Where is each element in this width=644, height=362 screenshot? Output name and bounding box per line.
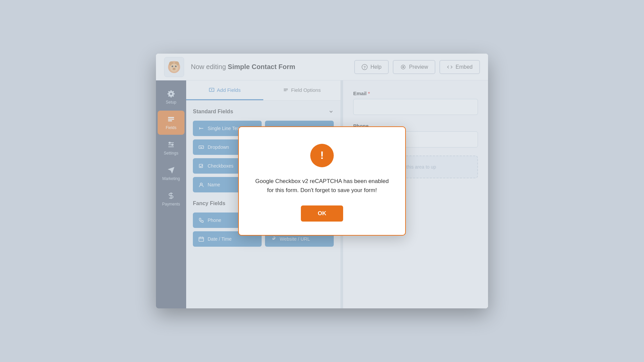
app-wrapper: Now editing Simple Contact Form ? Help P… [0, 0, 644, 362]
modal-overlay: ! Google Checkbox v2 reCAPTCHA has been … [156, 54, 488, 308]
app-window: Now editing Simple Contact Form ? Help P… [156, 54, 488, 308]
modal-dialog: ! Google Checkbox v2 reCAPTCHA has been … [238, 126, 406, 236]
modal-warning-icon: ! [310, 144, 334, 167]
exclamation-icon: ! [315, 149, 329, 162]
modal-message: Google Checkbox v2 reCAPTCHA has been en… [252, 177, 392, 195]
modal-ok-button[interactable]: OK [301, 205, 343, 222]
svg-text:!: ! [320, 149, 324, 161]
